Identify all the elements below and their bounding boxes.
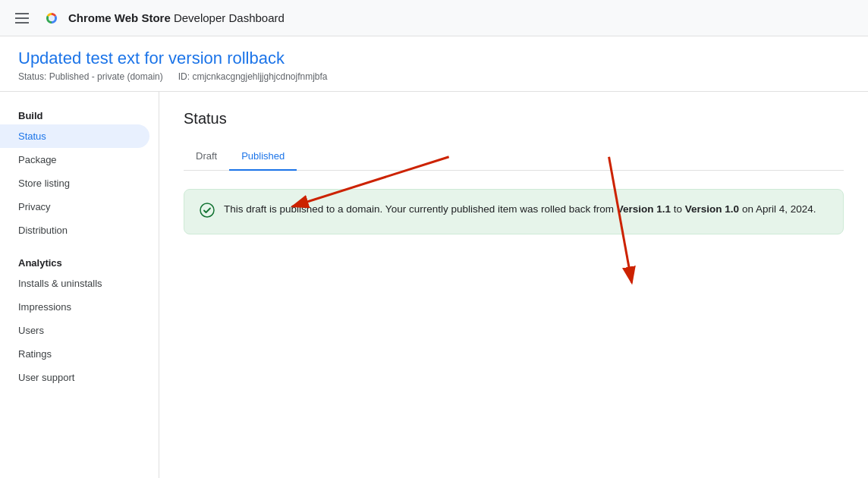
build-section-label: Build [0, 104, 159, 124]
alert-version-to: Version 1.0 [685, 203, 739, 215]
page-title: Updated test ext for version rollback [18, 49, 850, 68]
extension-id: ID: cmjcnkacgngjehljjghjcdnojfnmjbfa [178, 71, 328, 82]
published-alert: This draft is published to a domain. You… [184, 189, 844, 234]
sidebar-item-impressions[interactable]: Impressions [0, 295, 149, 319]
sidebar-item-installs[interactable]: Installs & uninstalls [0, 272, 149, 295]
nav-title: Chrome Web Store Developer Dashboard [68, 11, 285, 24]
alert-text-end: on April 4, 2024. [739, 203, 816, 215]
chrome-logo-icon [41, 8, 62, 29]
alert-to-text: to [671, 203, 685, 215]
svg-point-3 [200, 203, 214, 217]
sidebar-item-package[interactable]: Package [0, 148, 149, 171]
page-header: Updated test ext for version rollback St… [0, 36, 868, 92]
content-area: Status Draft Published This draft is pub… [159, 92, 868, 478]
logo-area: Chrome Web Store Developer Dashboard [41, 8, 285, 29]
main-layout: Build Status Package Store listing Priva… [0, 92, 868, 478]
alert-version-from: Version 1.1 [617, 203, 671, 215]
svg-point-2 [49, 15, 55, 20]
sidebar-item-user-support[interactable]: User support [0, 366, 149, 389]
menu-icon[interactable] [12, 10, 32, 27]
alert-text-start: This draft is published to a domain. You… [224, 203, 617, 215]
content-title: Status [184, 110, 844, 127]
page-meta: Status: Published - private (domain) ID:… [18, 71, 850, 82]
tab-draft[interactable]: Draft [184, 143, 229, 171]
sidebar-item-ratings[interactable]: Ratings [0, 342, 149, 366]
sidebar-item-distribution[interactable]: Distribution [0, 219, 149, 242]
top-nav: Chrome Web Store Developer Dashboard [0, 0, 868, 36]
sidebar: Build Status Package Store listing Priva… [0, 92, 159, 478]
sidebar-item-store-listing[interactable]: Store listing [0, 171, 149, 195]
nav-subtitle: Developer Dashboard [174, 11, 285, 24]
alert-message: This draft is published to a domain. You… [224, 202, 816, 217]
brand-name: Chrome Web Store [68, 11, 171, 24]
status-text: Status: Published - private (domain) [18, 71, 163, 82]
sidebar-item-users[interactable]: Users [0, 319, 149, 342]
sidebar-item-status[interactable]: Status [0, 124, 149, 148]
tabs: Draft Published [184, 143, 844, 171]
check-circle-icon [200, 203, 215, 222]
analytics-section-label: Analytics [0, 251, 159, 272]
tab-published[interactable]: Published [229, 143, 297, 171]
sidebar-item-privacy[interactable]: Privacy [0, 195, 149, 219]
